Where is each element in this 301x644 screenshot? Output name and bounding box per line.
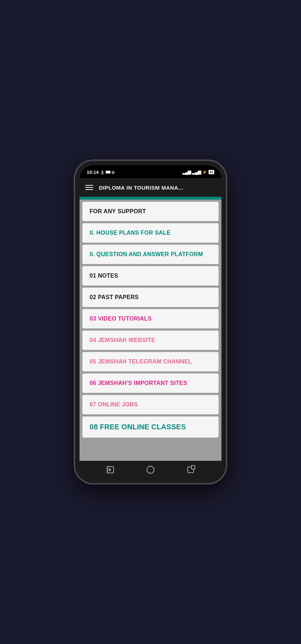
home-button[interactable] [145, 464, 156, 475]
menu-item-jemshah-website[interactable]: 04 JEMSHAH WEBSITE [82, 331, 219, 350]
menu-line-3 [85, 189, 93, 190]
home-icon [147, 466, 154, 474]
science-icon: 🔬 [100, 170, 104, 174]
menu-item-qa-platform[interactable]: II. QUESTION AND ANSWER PLATFORM [82, 245, 219, 264]
menu-item-support[interactable]: FOR ANY SUPPORT [82, 202, 219, 221]
menu-item-house-plans[interactable]: II. HOUSE PLANS FOR SALE [82, 223, 219, 243]
phone-screen: 10:14 🔬 ⌨ ◎ ▂▄▆ ▂▄▆ ⚡ 41 [80, 165, 221, 479]
menu-list: FOR ANY SUPPORTII. HOUSE PLANS FOR SALEI… [80, 200, 221, 461]
menu-line-2 [85, 187, 93, 188]
status-right: ▂▄▆ ▂▄▆ ⚡ 41 [182, 170, 214, 175]
recents-button[interactable] [185, 464, 196, 475]
menu-item-label-jemshah-website: 04 JEMSHAH WEBSITE [90, 337, 155, 343]
menu-item-free-online-classes[interactable]: 08 FREE ONLINE CLASSES [82, 416, 219, 438]
menu-item-notes[interactable]: 01 NOTES [82, 266, 219, 286]
menu-item-label-online-jobs: 07 ONLINE JOBS [90, 401, 138, 408]
status-icons: 🔬 ⌨ ◎ [100, 170, 115, 174]
menu-item-online-jobs[interactable]: 07 ONLINE JOBS [82, 395, 219, 414]
hamburger-menu-button[interactable] [85, 185, 93, 190]
navigation-bar [80, 461, 221, 479]
status-time: 10:14 [87, 170, 99, 175]
menu-item-label-notes: 01 NOTES [90, 273, 118, 279]
charging-icon: ⚡ [202, 170, 207, 175]
back-icon [107, 466, 114, 473]
menu-item-important-sites[interactable]: 06 JEMSHAH'S IMPORTANT SITES [82, 374, 219, 393]
menu-item-past-papers[interactable]: 02 PAST PAPERS [82, 288, 219, 307]
signal-icon: ▂▄▆ [182, 170, 191, 175]
signal-icon-2: ▂▄▆ [192, 170, 201, 175]
menu-line-1 [85, 185, 93, 186]
status-left: 10:14 🔬 ⌨ ◎ [87, 170, 115, 175]
status-bar: 10:14 🔬 ⌨ ◎ ▂▄▆ ▂▄▆ ⚡ 41 [80, 165, 221, 178]
recents-icon [187, 467, 194, 473]
phone-shell: 10:14 🔬 ⌨ ◎ ▂▄▆ ▂▄▆ ⚡ 41 [75, 161, 226, 483]
menu-item-label-qa-platform: II. QUESTION AND ANSWER PLATFORM [90, 251, 203, 258]
nfc-icon: ◎ [111, 170, 115, 174]
back-button[interactable] [105, 464, 116, 475]
menu-item-label-support: FOR ANY SUPPORT [90, 208, 146, 215]
main-screen: DIPLOMA IN TOURISM MANA... FOR ANY SUPPO… [80, 178, 221, 479]
menu-item-jemshah-telegram[interactable]: 05 JEMSHAH TELEGRAM CHANNEL [82, 352, 219, 371]
usb-icon: ⌨ [105, 170, 110, 174]
menu-item-label-free-online-classes: 08 FREE ONLINE CLASSES [90, 423, 186, 431]
menu-item-label-house-plans: II. HOUSE PLANS FOR SALE [90, 230, 171, 236]
menu-item-video-tutorials[interactable]: 03 VIDEO TUTORIALS [82, 309, 219, 328]
menu-item-label-video-tutorials: 03 VIDEO TUTORIALS [90, 316, 152, 322]
menu-item-label-important-sites: 06 JEMSHAH'S IMPORTANT SITES [90, 380, 187, 386]
battery-level: 41 [209, 170, 214, 174]
accent-bar [80, 197, 221, 200]
toolbar-title: DIPLOMA IN TOURISM MANA... [99, 185, 216, 191]
toolbar: DIPLOMA IN TOURISM MANA... [80, 178, 221, 197]
menu-item-label-past-papers: 02 PAST PAPERS [90, 294, 139, 301]
menu-item-label-jemshah-telegram: 05 JEMSHAH TELEGRAM CHANNEL [90, 358, 192, 365]
